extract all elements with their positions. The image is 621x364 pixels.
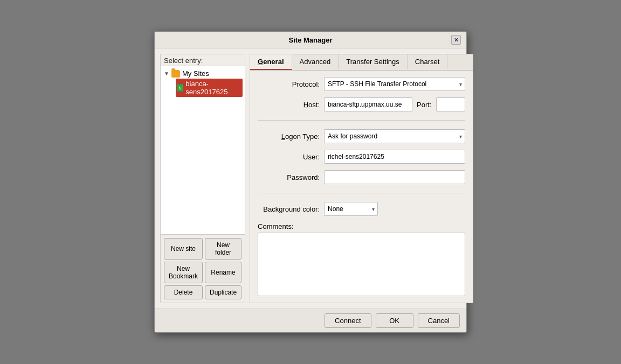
protocol-label: Protocol: <box>258 80 320 88</box>
tab-general[interactable]: General <box>250 54 292 70</box>
bg-color-row: Background color: None Red Green Blue Ye… <box>258 202 465 216</box>
dialog-footer: Connect OK Cancel <box>155 309 466 332</box>
separator2 <box>258 193 465 193</box>
delete-button[interactable]: Delete <box>164 285 203 299</box>
logon-type-label: Logon Type: <box>258 132 320 141</box>
logon-type-dropdown-wrap: Ask for password Normal Anonymous Intera… <box>324 129 465 143</box>
host-input[interactable] <box>324 97 412 111</box>
comments-label: Comments: <box>258 222 465 230</box>
duplicate-button[interactable]: Duplicate <box>205 285 242 299</box>
site-label: bianca-sens2017625 <box>185 80 242 96</box>
dialog-body: Select entry: ▼ My Sites S bianca-sens20… <box>155 48 466 309</box>
protocol-select[interactable]: SFTP - SSH File Transfer Protocol FTP - … <box>324 77 465 91</box>
password-row: Password: <box>258 170 465 184</box>
password-label: Password: <box>258 173 320 181</box>
title-bar: Site Manager ✕ <box>155 32 466 48</box>
host-row: Host: Port: <box>258 97 465 111</box>
bg-color-label: Background color: <box>258 205 320 213</box>
port-label: Port: <box>417 101 431 109</box>
comments-textarea[interactable] <box>258 233 465 296</box>
user-row: User: <box>258 150 465 164</box>
password-input[interactable] <box>324 170 465 184</box>
host-label: Host: <box>258 101 320 109</box>
tab-charset[interactable]: Charset <box>408 54 448 70</box>
bg-color-dropdown-wrap: None Red Green Blue Yellow ▾ <box>324 202 378 216</box>
user-label: User: <box>258 153 320 161</box>
left-panel: Select entry: ▼ My Sites S bianca-sens20… <box>160 54 245 303</box>
site-manager-dialog: Site Manager ✕ Select entry: ▼ My Sites … <box>154 31 467 333</box>
comments-section: Comments: <box>258 222 465 296</box>
close-button[interactable]: ✕ <box>451 35 461 45</box>
new-bookmark-button[interactable]: New Bookmark <box>164 262 203 283</box>
site-tree-item[interactable]: S bianca-sens2017625 <box>176 79 243 97</box>
logon-type-row: Logon Type: Ask for password Normal Anon… <box>258 129 465 143</box>
tabs-bar: General Advanced Transfer Settings Chars… <box>250 54 472 71</box>
chevron-down-icon: ▼ <box>164 71 169 76</box>
folder-icon <box>171 70 180 78</box>
ok-button[interactable]: OK <box>376 313 413 328</box>
new-site-button[interactable]: New site <box>164 238 203 260</box>
protocol-row: Protocol: SFTP - SSH File Transfer Proto… <box>258 77 465 91</box>
my-sites-tree-item[interactable]: ▼ My Sites <box>163 68 243 79</box>
tab-transfer-settings[interactable]: Transfer Settings <box>339 54 408 70</box>
buttons-area: New site New folder New Bookmark Rename … <box>161 234 245 303</box>
my-sites-label: My Sites <box>182 69 209 78</box>
right-panel: General Advanced Transfer Settings Chars… <box>250 54 473 303</box>
connect-button[interactable]: Connect <box>325 313 371 328</box>
bg-color-select[interactable]: None Red Green Blue Yellow <box>324 202 378 216</box>
user-input[interactable] <box>324 150 465 164</box>
select-entry-label: Select entry: <box>161 54 245 66</box>
tree-area: ▼ My Sites S bianca-sens2017625 <box>161 66 245 234</box>
logon-type-select[interactable]: Ask for password Normal Anonymous Intera… <box>324 129 465 143</box>
protocol-dropdown-wrap: SFTP - SSH File Transfer Protocol FTP - … <box>324 77 465 91</box>
cancel-button[interactable]: Cancel <box>418 313 460 328</box>
dialog-title: Site Manager <box>170 36 451 44</box>
port-input[interactable] <box>436 97 465 111</box>
general-content: Protocol: SFTP - SSH File Transfer Proto… <box>250 71 472 303</box>
tab-advanced[interactable]: Advanced <box>292 54 339 70</box>
separator <box>258 120 465 121</box>
rename-button[interactable]: Rename <box>205 262 242 283</box>
sftp-icon: S <box>177 84 183 92</box>
new-folder-button[interactable]: New folder <box>205 238 242 260</box>
